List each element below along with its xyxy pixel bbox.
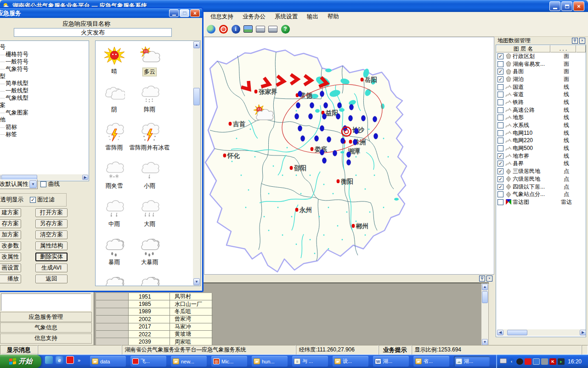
weather-symbol-小雨[interactable]: 小雨 <box>133 158 166 194</box>
rain-drop-symbol[interactable] <box>347 152 351 157</box>
layer-row-四级以下居...[interactable]: ✓四级以下居...点 <box>496 183 586 191</box>
stop-icon[interactable] <box>218 24 228 34</box>
rain-drop-symbol[interactable] <box>315 136 319 141</box>
weather-symbol-阵雨[interactable]: 阵雨 <box>133 82 166 117</box>
pin-button[interactable] <box>572 38 578 44</box>
tree-item-标签[interactable]: 标签 <box>0 131 89 138</box>
show-desktop-icon[interactable] <box>45 356 53 364</box>
layer-checkbox[interactable] <box>498 99 503 105</box>
rain-drop-symbol[interactable] <box>338 103 342 108</box>
globe-icon[interactable] <box>206 24 216 34</box>
hunan-map[interactable]: 岳阳张家界常德益阳吉首长沙株洲湘潭娄底怀化邵阳衡阳永州郴州 <box>204 37 494 274</box>
table-row[interactable]: 1989冬瓜咀 <box>96 308 213 316</box>
button-建方案[interactable]: 建方案 <box>0 208 21 217</box>
task-button-设...[interactable]: ▰设... <box>333 356 368 367</box>
help-icon[interactable]: ? <box>280 24 290 34</box>
layer-checkbox[interactable] <box>498 130 503 136</box>
dialog-restore-button[interactable] <box>180 9 189 17</box>
button-清空方案[interactable]: 清空方案 <box>35 230 68 239</box>
language-icon[interactable]: ‹ <box>508 358 515 365</box>
rain-drop-symbol[interactable] <box>362 115 366 121</box>
button-加方案[interactable]: 加方案 <box>0 230 21 239</box>
rain-drop-symbol[interactable] <box>374 133 378 139</box>
table-row[interactable]: 2022黄坡塘 <box>96 331 213 338</box>
button-改参数[interactable]: 改参数 <box>0 242 21 250</box>
pin-button[interactable] <box>479 276 485 282</box>
task-button-hun...[interactable]: ▰hun... <box>252 356 288 367</box>
layer-checkbox[interactable] <box>498 145 503 151</box>
tree-item-线型[interactable]: 线型 <box>0 73 89 80</box>
rain-drop-symbol[interactable] <box>341 138 345 144</box>
layer-row-省道[interactable]: 省道线 <box>496 91 586 98</box>
weather-symbol-晴[interactable]: 晴 <box>97 44 131 79</box>
scroll-thumb[interactable] <box>507 330 527 335</box>
scroll-up-icon[interactable]: ▲ <box>193 41 200 48</box>
layer-checkbox[interactable] <box>498 84 503 90</box>
weather-symbol-中雨[interactable]: 中雨 <box>97 196 131 232</box>
sidebar-bar-气象信息[interactable]: 气象信息 <box>0 322 92 333</box>
rain-drop-symbol[interactable] <box>347 160 351 165</box>
tree-item-简单线型[interactable]: 简单线型 <box>0 80 89 87</box>
printer2-icon[interactable] <box>268 24 278 34</box>
layer-row-县界[interactable]: ✓县界线 <box>496 160 586 168</box>
curve-checkbox[interactable] <box>40 181 46 187</box>
layer-checkbox[interactable]: ✓ <box>498 168 503 174</box>
layer-checkbox[interactable] <box>498 92 503 98</box>
table-row[interactable]: 2039周家咀 <box>96 338 213 345</box>
tree-item-一般符号[interactable]: 一般符号 <box>0 58 89 66</box>
task-button-Mic...[interactable]: ◎Mic... <box>211 356 247 367</box>
business-tip-button[interactable]: 业务提示 <box>379 345 412 355</box>
scroll-up-icon[interactable]: ▲ <box>482 284 488 290</box>
button-返回[interactable]: 返回 <box>35 275 68 283</box>
layer-row-湖泊[interactable]: ✓湖泊面 <box>496 75 586 83</box>
scroll-down-icon[interactable]: ▼ <box>482 339 488 345</box>
layer-row-铁路[interactable]: 铁路线 <box>496 98 586 106</box>
layer-row-国道[interactable]: 国道线 <box>496 83 586 91</box>
curve-checkbox-row[interactable]: 曲线 <box>40 180 60 188</box>
traffic-icon[interactable]: ▸ <box>558 358 565 365</box>
row-selector-cell[interactable] <box>96 293 129 300</box>
sidebar-bar-信息支持[interactable]: 信息支持 <box>0 334 92 344</box>
scroll-thumb[interactable] <box>193 88 200 105</box>
network-icon[interactable] <box>533 358 540 365</box>
chevron-down-icon[interactable]: ▼ <box>29 180 37 188</box>
rain-drop-symbol[interactable] <box>327 137 331 142</box>
table-row[interactable]: 1985水口山一厂 <box>96 300 213 308</box>
layer-row-湖南省易发...[interactable]: 湖南省易发...面 <box>496 60 586 68</box>
rain-drop-symbol[interactable] <box>353 139 357 145</box>
row-selector-cell[interactable] <box>96 316 129 322</box>
scroll-thumb[interactable] <box>482 291 488 303</box>
layer-checkbox[interactable] <box>498 199 503 205</box>
layer-row-六级居民地[interactable]: ✓六级居民地点 <box>496 175 586 183</box>
menu-item-信息支持[interactable]: 信息支持 <box>206 12 238 22</box>
layer-checkbox[interactable] <box>498 115 503 121</box>
ie-icon[interactable]: e <box>56 356 63 364</box>
task-button-湖...[interactable]: ☁湖... <box>454 356 490 367</box>
rain-drop-symbol[interactable] <box>310 103 314 108</box>
menu-item-系统设置[interactable]: 系统设置 <box>270 12 302 22</box>
scroll-right-icon[interactable]: ▶ <box>580 330 586 335</box>
dialog-minimize-button[interactable] <box>169 9 179 17</box>
scroll-right-icon[interactable]: ▶ <box>82 175 88 180</box>
layer-more-header[interactable]: . . . <box>550 45 576 52</box>
layer-row-雷达图[interactable]: 雷达图雷达 <box>496 198 586 206</box>
layer-checkbox[interactable]: ✓ <box>498 184 503 190</box>
layer-row-行政区划[interactable]: ✓行政区划面 <box>496 52 586 60</box>
rain-drop-symbol[interactable] <box>333 150 337 156</box>
rain-drop-symbol[interactable] <box>373 116 377 122</box>
restore-button[interactable] <box>561 1 572 11</box>
layer-checkbox[interactable] <box>498 138 503 144</box>
task-button-飞...[interactable]: 飞... <box>130 356 166 367</box>
table-vertical-scrollbar[interactable]: ▲ ▼ <box>481 283 488 345</box>
quick-launch-more-icon[interactable]: » <box>78 357 80 363</box>
button-画设置[interactable]: 画设置 <box>0 264 21 272</box>
row-selector-cell[interactable] <box>96 308 129 315</box>
weather-symbol-多云[interactable]: 多云 <box>133 44 166 79</box>
printer-icon[interactable] <box>255 24 266 34</box>
weather-symbol-暴雨[interactable]: 暴雨 <box>97 235 131 270</box>
scroll-left-icon[interactable]: ◀ <box>497 330 503 335</box>
qq-icon[interactable] <box>516 358 523 365</box>
symbols-vertical-scrollbar[interactable]: ▲ ▼ <box>193 41 200 286</box>
scroll-down-icon[interactable]: ▼ <box>193 278 200 285</box>
task-button-省...[interactable]: ▰省... <box>413 356 449 367</box>
